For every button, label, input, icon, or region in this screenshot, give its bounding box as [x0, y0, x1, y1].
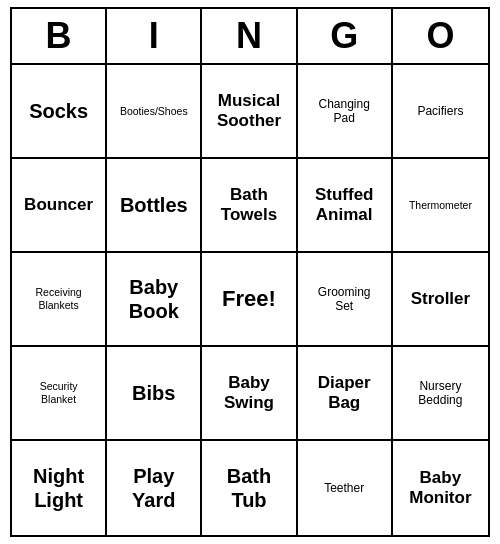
header-letter-b: B [12, 9, 107, 63]
bingo-cell-text-24: Baby Monitor [409, 468, 471, 509]
bingo-cell-0: Socks [12, 65, 107, 159]
bingo-cell-14: Stroller [393, 253, 488, 347]
bingo-cell-text-22: Bath Tub [227, 464, 271, 512]
bingo-cell-17: Baby Swing [202, 347, 297, 441]
bingo-cell-7: Bath Towels [202, 159, 297, 253]
bingo-cell-22: Bath Tub [202, 441, 297, 535]
bingo-cell-text-2: Musical Soother [217, 91, 281, 132]
bingo-cell-text-13: Grooming Set [318, 285, 371, 314]
bingo-cell-11: Baby Book [107, 253, 202, 347]
bingo-cell-text-7: Bath Towels [221, 185, 277, 226]
bingo-grid: SocksBooties/ShoesMusical SootherChangin… [12, 65, 488, 535]
header-letter-i: I [107, 9, 202, 63]
bingo-cell-text-17: Baby Swing [224, 373, 274, 414]
bingo-cell-text-9: Thermometer [409, 199, 472, 212]
bingo-cell-text-18: Diaper Bag [318, 373, 371, 414]
bingo-cell-text-6: Bottles [120, 193, 188, 217]
bingo-cell-10: Receiving Blankets [12, 253, 107, 347]
bingo-card: BINGO SocksBooties/ShoesMusical SootherC… [10, 7, 490, 537]
bingo-cell-1: Booties/Shoes [107, 65, 202, 159]
bingo-cell-15: Security Blanket [12, 347, 107, 441]
bingo-cell-19: Nursery Bedding [393, 347, 488, 441]
bingo-cell-text-16: Bibs [132, 381, 175, 405]
bingo-cell-text-23: Teether [324, 481, 364, 495]
bingo-cell-text-4: Pacifiers [417, 104, 463, 118]
bingo-cell-23: Teether [298, 441, 393, 535]
bingo-cell-text-21: Play Yard [132, 464, 175, 512]
bingo-cell-13: Grooming Set [298, 253, 393, 347]
header-letter-o: O [393, 9, 488, 63]
bingo-cell-12: Free! [202, 253, 297, 347]
bingo-cell-16: Bibs [107, 347, 202, 441]
bingo-cell-8: Stuffed Animal [298, 159, 393, 253]
bingo-cell-text-20: Night Light [33, 464, 84, 512]
bingo-cell-2: Musical Soother [202, 65, 297, 159]
bingo-cell-4: Pacifiers [393, 65, 488, 159]
bingo-cell-3: Changing Pad [298, 65, 393, 159]
bingo-cell-text-10: Receiving Blankets [36, 286, 82, 311]
bingo-cell-24: Baby Monitor [393, 441, 488, 535]
bingo-cell-21: Play Yard [107, 441, 202, 535]
bingo-header: BINGO [12, 9, 488, 65]
bingo-cell-5: Bouncer [12, 159, 107, 253]
bingo-cell-text-12: Free! [222, 286, 276, 312]
bingo-cell-9: Thermometer [393, 159, 488, 253]
bingo-cell-text-5: Bouncer [24, 195, 93, 215]
bingo-cell-text-3: Changing Pad [319, 97, 370, 126]
bingo-cell-6: Bottles [107, 159, 202, 253]
bingo-cell-text-1: Booties/Shoes [120, 105, 188, 118]
bingo-cell-text-14: Stroller [411, 289, 471, 309]
bingo-cell-text-8: Stuffed Animal [315, 185, 374, 226]
header-letter-n: N [202, 9, 297, 63]
bingo-cell-text-19: Nursery Bedding [418, 379, 462, 408]
header-letter-g: G [298, 9, 393, 63]
bingo-cell-text-11: Baby Book [129, 275, 179, 323]
bingo-cell-text-15: Security Blanket [40, 380, 78, 405]
bingo-cell-18: Diaper Bag [298, 347, 393, 441]
bingo-cell-text-0: Socks [29, 99, 88, 123]
bingo-cell-20: Night Light [12, 441, 107, 535]
